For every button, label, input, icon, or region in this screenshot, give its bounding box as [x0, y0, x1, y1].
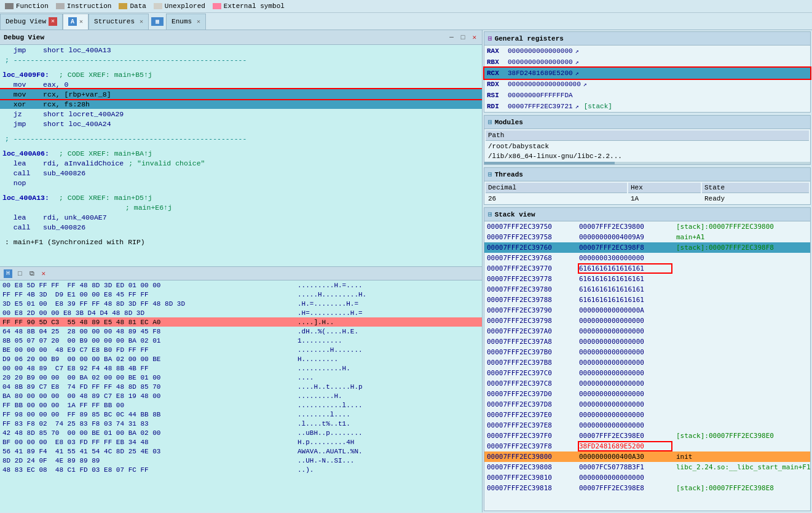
module-row: /root/babystack: [486, 142, 809, 151]
tab-enums-close[interactable]: ✕: [197, 18, 200, 25]
stack-row: 00007FFF2EC39768 0000000300000000: [484, 253, 810, 263]
tab-a-close-icon[interactable]: ✕: [79, 18, 83, 25]
tab-a[interactable]: A ✕: [63, 14, 89, 30]
code-line-selected: mov rcx, [rbp+var_8]: [0, 89, 482, 99]
hex-line: 04 8B 89 C7 E8 74 FD FF FF 48 8D 85 70 .…: [0, 382, 482, 391]
hex-line: 8D 2D 24 0F 4E 89 89 89 ..UH.-N..SI...: [0, 456, 482, 465]
modules-header: ⊞ Modules: [484, 116, 810, 129]
stack-row: 00007FFF2EC39810 0000000000000000: [484, 472, 810, 483]
reg-row-rcx: RCX 38FD2481689E5200 ↗: [484, 68, 810, 79]
hex-panel-header: H □ ⧉ ✕: [0, 267, 482, 280]
debug-view-header: Debug View ─ □ ✕: [0, 30, 482, 45]
code-line: ; --------------------------------------…: [0, 55, 482, 65]
hex-maximize[interactable]: □: [16, 270, 24, 277]
hex-line: BE 00 00 00 48 E9 C7 E8 B0 FD FF FF ....…: [0, 345, 482, 354]
reg-rbx-arrow[interactable]: ↗: [575, 58, 579, 66]
tab-debug-view-label: Debug View: [6, 18, 46, 25]
hex-line: 64 48 8B 04 25 28 00 00 00 48 89 45 F8 .…: [0, 327, 482, 336]
reg-rdx-name: RDX: [487, 81, 505, 88]
debug-view-title: Debug View: [4, 34, 444, 41]
reg-rcx-arrow[interactable]: ↗: [575, 70, 579, 77]
legend-external: External symbol: [213, 2, 285, 10]
code-scroll[interactable]: jmp short loc_400A13 ; -----------------…: [0, 45, 482, 266]
stack-row: 00007FFF2EC39788 6161616161616161: [484, 295, 810, 305]
reg-rcx-value: 38FD2481689E5200: [508, 70, 573, 77]
legend-unexplored: Unexplored: [154, 2, 205, 10]
hex-line: D9 06 20 00 B9 00 00 00 BA 02 00 00 BE H…: [0, 354, 482, 364]
legend-data-label: Data: [130, 2, 146, 10]
stack-scroll[interactable]: 00007FFF2EC39750 00007FFF2EC39800 [stack…: [484, 221, 810, 511]
code-line: [0, 188, 482, 193]
reg-rdi-arrow[interactable]: ↗: [575, 103, 579, 110]
modules-scrollbar-thumb: [484, 162, 615, 164]
module-row: /lib/x86_64-linux-gnu/libc-2.2...: [486, 152, 809, 161]
stack-row-highlighted: 00007FFF2EC39760 00007FFF2EC398F8 [stack…: [484, 242, 810, 253]
stack-row: 00007FFF2EC39770 6161616161616161: [484, 263, 810, 274]
legend-external-label: External symbol: [224, 2, 285, 10]
code-line-label2: loc_400A06: ; CODE XREF: main+BA↑j: [0, 148, 482, 158]
reg-row-rax: RAX 0000000000000000 ↗: [484, 46, 810, 57]
thread-hex: 1A: [628, 194, 701, 203]
legend-data: Data: [119, 2, 146, 10]
hex-float[interactable]: ⧉: [28, 270, 36, 277]
stack-val-38fd: 38FD2481689E5200: [579, 442, 671, 450]
tab-structures-close[interactable]: ✕: [140, 18, 143, 25]
hex-scroll[interactable]: 00 E8 5D FF FF FF 48 8D 3D ED 01 00 00 .…: [0, 280, 482, 512]
code-line-label3: loc_400A13: ; CODE XREF: main+D5↑j: [0, 193, 482, 202]
stack-row-val-red: 00007FFF2EC397F8 38FD2481689E5200: [484, 441, 810, 451]
code-line: ; --------------------------------------…: [0, 133, 482, 143]
thread-row: 26 1A Ready: [486, 194, 809, 203]
stack-row: 00007FFF2EC39780 6161616161616161: [484, 284, 810, 295]
tab-structures[interactable]: Structures ✕: [89, 14, 149, 30]
reg-rdx-arrow[interactable]: ↗: [583, 81, 587, 88]
hex-close[interactable]: ✕: [40, 269, 48, 277]
legend-instruction-color: [56, 3, 65, 9]
reg-rsi-value: 00000000FFFFFFDA: [508, 92, 573, 99]
hex-panel: H □ ⧉ ✕ 00 E8 5D FF FF FF 48 8D 3D ED 01…: [0, 266, 482, 512]
code-line: [0, 129, 482, 133]
code-line: nop: [0, 178, 482, 188]
reg-row-rdx: RDX 000000000000000000 ↗: [484, 79, 810, 90]
tab-a-icon: A: [68, 17, 77, 26]
modules-table: Path /root/babystack /lib/x86_64-linux-g…: [484, 129, 810, 162]
hex-line: 00 E8 2D 00 00 E8 3B D4 D4 48 8D 3D .H=.…: [0, 308, 482, 317]
modules-section: ⊞ Modules Path /root/babystack: [484, 115, 811, 165]
stack-row: 00007FFF2EC397C0 0000000000000000: [484, 368, 810, 378]
thread-col-decimal: Decimal: [486, 183, 627, 193]
tab-debug-close-icon[interactable]: ✕: [49, 17, 57, 26]
tab-debug-view[interactable]: Debug View ✕: [0, 14, 63, 30]
reg-rbx-name: RBX: [487, 58, 505, 66]
code-line-label: loc_4009F0: ; CODE XREF: main+B5↑j: [0, 70, 482, 79]
code-line: mov eax, 0: [0, 79, 482, 89]
debug-view-maximize[interactable]: □: [459, 34, 467, 41]
modules-table-scroll[interactable]: Path /root/babystack /lib/x86_64-linux-g…: [484, 129, 810, 162]
stack-row: 00007FFF2EC397A8 0000000000000000: [484, 336, 810, 347]
modules-scrollbar[interactable]: [484, 162, 810, 164]
stack-row: 00007FFF2EC397B0 0000000000000000: [484, 347, 810, 357]
legend-function: Function: [5, 2, 49, 10]
legend-unexplored-color: [154, 3, 162, 9]
registers-icon: ⊞: [488, 34, 492, 42]
hex-line: BF 00 00 00 E8 03 FD FF FF EB 34 48 H.p.…: [0, 437, 482, 447]
hex-panel-icon: H: [4, 269, 12, 278]
threads-header: ⊞ Threads: [484, 168, 810, 181]
tab-enums[interactable]: Enums ✕: [166, 14, 206, 30]
tab-struct-icon: ▦: [151, 17, 164, 26]
module-path: /root/babystack: [486, 142, 809, 151]
legend-unexplored-label: Unexplored: [165, 2, 205, 10]
stack-row: 00007FFF2EC39818 00007FFF2EC398E8 [stack…: [484, 483, 810, 493]
code-line: jmp short loc_400A13: [0, 45, 482, 55]
stack-row: 00007FFF2EC397F0 00007FFF2EC398E0 [stack…: [484, 431, 810, 441]
hex-line: FF BB 00 00 00 1A FF FF BB 00 ..........…: [0, 400, 482, 410]
code-status-line: : main+F1 (Synchronized with RIP): [0, 237, 482, 247]
reg-rax-arrow[interactable]: ↗: [575, 47, 579, 55]
reg-rsi-name: RSI: [487, 92, 505, 99]
debug-view-minimize[interactable]: ─: [447, 34, 455, 41]
stack-row: 00007FFF2EC397A0 0000000000000000: [484, 326, 810, 336]
legend-instruction: Instruction: [56, 2, 112, 10]
debug-view-close[interactable]: ✕: [470, 33, 478, 41]
stack-header: ⊞ Stack view: [484, 208, 810, 221]
stack-icon: ⊞: [488, 210, 492, 218]
stack-panel: ⊞ Stack view 00007FFF2EC39750 00007FFF2E…: [484, 207, 811, 511]
registers-header: ⊞ General registers: [484, 32, 810, 46]
